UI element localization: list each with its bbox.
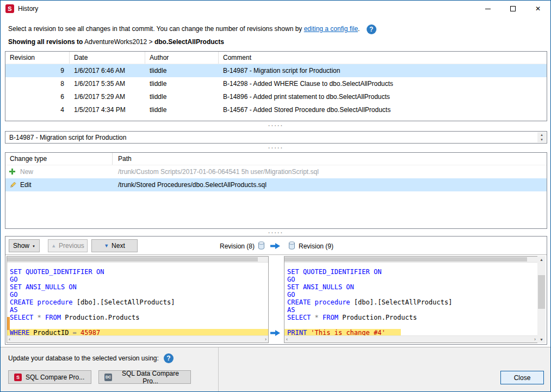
right-revision-group: Revision (9): [288, 241, 333, 251]
change-type-cell: New: [5, 168, 113, 176]
scrollbar-thumb[interactable]: [284, 257, 527, 262]
up-arrow-icon: ▲: [51, 243, 56, 248]
scroll-left-icon[interactable]: ‹: [9, 337, 10, 342]
code-line: [284, 321, 537, 329]
next-change-button[interactable]: ▼ Next: [91, 239, 138, 252]
help-icon[interactable]: ?: [164, 353, 174, 363]
help-icon[interactable]: ?: [367, 24, 376, 34]
close-dialog-button[interactable]: Close: [500, 371, 544, 384]
code-line: SET QUOTED_IDENTIFIER ON: [284, 268, 537, 276]
scroll-right-icon[interactable]: ›: [265, 337, 267, 342]
scroll-left-icon[interactable]: ‹: [286, 337, 288, 342]
date-cell: 1/6/2017 5:35 AM: [70, 80, 145, 88]
comment-cell: B-14567 - Added Stored Procedure dbo.Sel…: [219, 106, 547, 114]
sql-compare-button[interactable]: S SQL Compare Pro...: [8, 370, 91, 384]
code-line: SET ANSI_NULLS ON: [284, 283, 537, 291]
change-row[interactable]: New/trunk/Custom Scripts/2017-01-06-0645…: [5, 165, 547, 178]
code-token: GO: [10, 276, 17, 283]
previous-label: Previous: [59, 242, 84, 250]
commit-comment-text: B-14987 - Migration script for Productio…: [9, 134, 126, 141]
dropdown-arrow-icon: ▼: [32, 245, 35, 248]
database-icon: [258, 241, 265, 251]
splitter-handle[interactable]: ·····: [1, 145, 550, 151]
revision-row[interactable]: 41/5/2017 4:34 PMtliddleB-14567 - Added …: [5, 103, 547, 116]
splitter-handle[interactable]: ·····: [1, 122, 550, 129]
left-bottom-scrollbar[interactable]: ‹ ›: [7, 335, 268, 343]
footer-divider: [218, 347, 219, 391]
diff-vertical-scrollbar[interactable]: ▲ ▼: [537, 256, 546, 343]
previous-change-button[interactable]: ▲ Previous: [48, 239, 88, 252]
code-line: GO: [284, 276, 537, 283]
revision-row[interactable]: 91/6/2017 6:46 AMtliddleB-14987 - Migrat…: [5, 64, 547, 77]
code-token: WHERE: [10, 329, 33, 335]
code-line-text: WHERE ProductID = 45987: [7, 329, 100, 335]
date-cell: 1/5/2017 4:34 PM: [70, 106, 145, 114]
column-header-author[interactable]: Author: [145, 52, 219, 64]
config-file-link[interactable]: editing a config file: [304, 25, 358, 33]
scroll-up-icon[interactable]: ▲: [537, 132, 546, 138]
sql-data-compare-button[interactable]: DC SQL Data Compare Pro...: [98, 370, 191, 384]
revision-cell: 4: [5, 106, 70, 114]
code-token: [dbo].[SelectAllProducts]: [77, 298, 175, 306]
column-header-revision[interactable]: Revision: [5, 52, 70, 64]
right-top-scrollbar[interactable]: [284, 257, 537, 263]
change-marker: [7, 317, 10, 330]
code-token: Production.Products: [65, 314, 139, 321]
code-line-text: AS: [7, 306, 17, 314]
revision-row[interactable]: 61/6/2017 5:29 AMtliddleB-14896 - Added …: [5, 90, 547, 103]
revision-cell: 9: [5, 67, 70, 74]
code-line-text: SELECT * FROM Production.Products: [284, 314, 417, 321]
code-line: AS: [7, 306, 268, 314]
left-top-scrollbar[interactable]: [7, 257, 268, 263]
scroll-down-icon[interactable]: ▼: [537, 138, 546, 143]
revision-table-header: Revision Date Author Comment: [5, 52, 547, 64]
code-token: [dbo].[SelectAllProducts]: [354, 298, 453, 306]
scrollbar-thumb[interactable]: [7, 257, 258, 262]
splitter-handle[interactable]: ·····: [1, 229, 550, 236]
showing-line: Showing all revisions to AdventureWorks2…: [8, 38, 224, 46]
left-revision-label: Revision (8): [220, 242, 255, 250]
scroll-up-icon[interactable]: ▲: [540, 256, 543, 263]
scroll-right-icon[interactable]: ›: [534, 337, 536, 342]
maximize-icon: [510, 6, 516, 11]
code-line-text: CREATE procedure [dbo].[SelectAllProduct…: [284, 298, 452, 306]
comment-cell: B-14987 - Migration script for Productio…: [219, 67, 547, 74]
right-bottom-scrollbar[interactable]: ‹ ›: [284, 335, 537, 343]
diff-right-pane: SET QUOTED_IDENTIFIER ONGOSET ANSI_NULLS…: [284, 256, 538, 343]
code-line: SELECT * FROM Production.Products: [7, 314, 268, 321]
scrollbar-thumb[interactable]: [538, 275, 545, 309]
column-header-path[interactable]: Path: [113, 153, 547, 165]
minimize-button[interactable]: [475, 1, 500, 17]
code-token: CREATE procedure: [10, 298, 77, 306]
code-line-text: GO: [7, 291, 17, 298]
edit-pencil-icon: [9, 182, 16, 189]
change-type-cell: Edit: [5, 181, 113, 189]
column-header-change-type[interactable]: Change type: [5, 153, 113, 165]
code-line-text: SET QUOTED_IDENTIFIER ON: [284, 268, 381, 276]
code-line: AS: [284, 306, 537, 314]
code-token: PRINT: [287, 329, 311, 335]
change-path-cell: /trunk/Stored Procedures/dbo.SelectAllPr…: [113, 181, 547, 189]
column-header-comment[interactable]: Comment: [219, 52, 547, 64]
scroll-down-icon[interactable]: ▼: [540, 336, 543, 343]
change-row[interactable]: Edit/trunk/Stored Procedures/dbo.SelectA…: [5, 178, 547, 191]
date-cell: 1/6/2017 5:29 AM: [70, 93, 145, 101]
showing-object: dbo.SelectAllProducts: [154, 38, 224, 46]
commit-comment-box[interactable]: B-14987 - Migration script for Productio…: [5, 131, 547, 144]
show-dropdown-button[interactable]: Show ▼: [9, 239, 40, 252]
column-header-date[interactable]: Date: [70, 52, 145, 64]
close-window-button[interactable]: ✕: [525, 1, 550, 17]
changes-table-header: Change type Path: [5, 153, 547, 165]
maximize-button[interactable]: [500, 1, 525, 17]
comment-scrollbar[interactable]: ▲ ▼: [537, 132, 546, 142]
code-token: FROM: [45, 314, 65, 321]
revision-row[interactable]: 81/6/2017 5:35 AMtliddleB-14298 - Added …: [5, 77, 547, 90]
code-line-text: GO: [284, 276, 295, 283]
code-token: SET ANSI_NULLS ON: [10, 283, 77, 291]
code-token: SET ANSI_NULLS ON: [287, 283, 354, 291]
code-line: PRINT 'This is change #4': [284, 329, 537, 335]
code-line: SET QUOTED_IDENTIFIER ON: [7, 268, 268, 276]
showing-separator: >: [149, 38, 153, 46]
code-line-text: AS: [284, 306, 295, 314]
diff-left-code: SET QUOTED_IDENTIFIER ONGOSET ANSI_NULLS…: [7, 263, 268, 335]
